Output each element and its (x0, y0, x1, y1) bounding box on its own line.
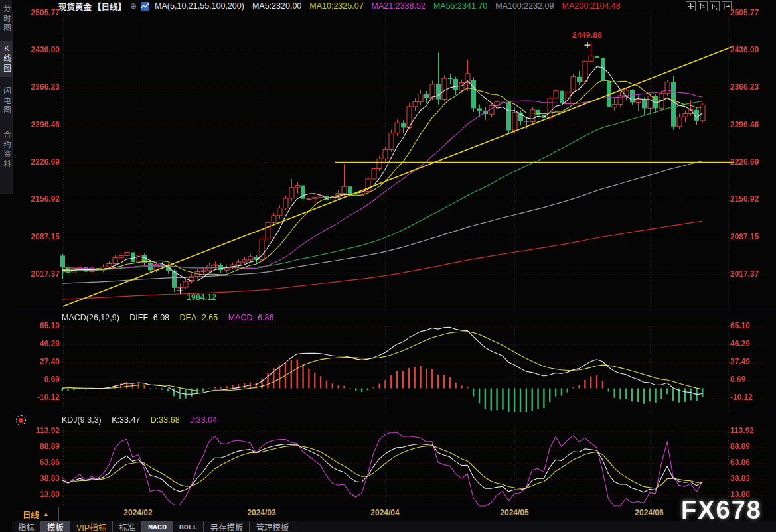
kdj-alert-icon[interactable] (16, 415, 26, 425)
macd-axis-label: 46.29 (16, 340, 60, 348)
tab-standard[interactable]: 标准 (113, 521, 142, 532)
price-axis-label: 2017.37 (730, 270, 774, 279)
price-axis-label: 2505.77 (16, 9, 60, 17)
interval-selector[interactable]: 日线 ▲ (12, 507, 59, 521)
ma5-value: MA5:2320.00 (252, 1, 301, 11)
price-axis-label: 2087.15 (16, 233, 60, 241)
kdj-axis-label: 88.89 (730, 442, 774, 451)
interval-label: 日线 (23, 508, 39, 521)
ma200-value: MA200:2104.48 (562, 1, 620, 11)
kdj-axis-label: 63.86 (730, 458, 774, 467)
sidebar-item-lightning-chart[interactable]: 闪电图 (0, 87, 12, 116)
time-axis-tick: 2024/05 (495, 508, 534, 517)
macd-axis-label: 46.29 (730, 340, 774, 348)
price-axis-label: 2366.23 (16, 83, 60, 92)
macd-axis-label: -10.12 (730, 393, 774, 402)
interval-up-icon: ▲ (43, 511, 49, 517)
tab-indicators[interactable]: 指标 (12, 521, 41, 532)
price-axis-label: 2087.15 (730, 233, 774, 241)
time-axis-tick: 2024/06 (629, 508, 669, 517)
price-axis-label: 2156.92 (730, 195, 774, 204)
price-axis-label: 2017.37 (16, 270, 60, 279)
dea-value: DEA:-2.65 (180, 313, 218, 322)
price-axis-label: 2226.69 (730, 158, 774, 166)
macd-axis-label: -10.12 (16, 393, 60, 402)
tab-boll[interactable]: BOLL (173, 521, 204, 532)
swing-high-annotation: 2449.88 (572, 31, 602, 40)
price-axis-label: 2436.00 (16, 46, 60, 54)
kdj-axis-label: 113.92 (16, 427, 60, 435)
tab-save-template[interactable]: 另存模板 (204, 521, 250, 532)
macd-axis-label: 8.69 (16, 375, 60, 384)
ma100-value: MA100:2232.09 (495, 1, 554, 11)
j-value: J:33.04 (190, 415, 217, 425)
price-axis-label: 2366.23 (730, 83, 774, 92)
price-axis-label: 2296.46 (730, 121, 774, 129)
price-axis-label: 2436.00 (730, 46, 774, 54)
macd-panel-chart[interactable] (12, 324, 776, 412)
macd-header[interactable]: MACD(26,12,9) DIFF:-6.08 DEA:-2.65 MACD:… (62, 313, 282, 322)
price-axis-label: 2226.69 (16, 158, 60, 166)
macd-axis-label: 65.10 (730, 322, 774, 330)
x-axis-scale-icon[interactable] (710, 1, 720, 11)
macd-axis-label: 27.49 (16, 358, 60, 366)
kdj-axis-label: 13.80 (16, 490, 60, 499)
fx678-watermark: FX678 (681, 496, 762, 525)
kdj-axis-label: 88.89 (16, 442, 60, 451)
kdj-axis-label: 38.83 (730, 474, 774, 483)
symbol-name: 现货黄金 (58, 0, 92, 13)
tab-manage-template[interactable]: 管理模板 (250, 521, 295, 532)
macd-axis-label: 8.69 (730, 375, 774, 384)
price-axis-label: 2505.77 (730, 9, 774, 17)
sidebar-item-timeshare-chart[interactable]: 分时图 (0, 5, 12, 34)
main-kline-chart[interactable] (12, 12, 776, 312)
collapse-icon[interactable]: ⊕ (130, 1, 137, 11)
tab-vip-indicators[interactable]: VIP指标 (70, 521, 113, 532)
tab-templates[interactable]: 模板 (41, 521, 70, 532)
time-axis-border (12, 507, 776, 507)
chart-type-icon[interactable] (141, 2, 149, 11)
panel-divider (12, 413, 776, 413)
time-axis-tick: 2024/04 (365, 508, 405, 517)
ma10-value: MA10:2325.07 (309, 1, 363, 11)
time-axis-tick: 2024/02 (118, 508, 158, 517)
interval-tag: 【日线】 (93, 0, 126, 13)
kdj-axis-label: 38.83 (16, 474, 60, 483)
ma21-value: MA21:2338.52 (372, 1, 426, 11)
panel-divider (12, 312, 776, 312)
macd-axis-label: 65.10 (16, 322, 60, 330)
ma-config-label: MA(5,10,21,55,100,200) (155, 1, 244, 11)
chart-title-bar: 现货黄金 【日线】 ⊕ MA(5,10,21,55,100,200) MA5:2… (12, 0, 776, 12)
diff-value: DIFF:-6.08 (129, 313, 169, 322)
kdj-header[interactable]: KDJ(9,3,3) K:33.47 D:33.68 J:33.04 (62, 415, 225, 425)
price-axis-label: 2156.92 (16, 195, 60, 204)
indicator-tab-bar: 指标 模板 VIP指标 标准 MACD BOLL 另存模板 管理模板 (12, 521, 776, 532)
kdj-axis-label: 63.86 (16, 458, 60, 467)
kdj-axis-label: 113.92 (730, 427, 774, 435)
macd-value: MACD:-6.86 (228, 313, 274, 322)
sidebar-item-contract-info[interactable]: 合约资料 (0, 131, 12, 169)
macd-axis-label: 27.49 (730, 358, 774, 366)
ma55-value: MA55:2341.70 (433, 1, 487, 11)
macd-name: MACD(26,12,9) (62, 313, 119, 322)
d-value: D:33.68 (151, 415, 180, 425)
sidebar-item-kline-chart[interactable]: K线图 (0, 41, 12, 77)
kdj-panel-chart[interactable] (12, 427, 776, 507)
kdj-name: KDJ(9,3,3) (62, 415, 102, 425)
tab-macd[interactable]: MACD (142, 521, 173, 532)
y-axis-scale-icon[interactable] (698, 1, 708, 11)
time-axis-tick: 2024/03 (242, 508, 281, 517)
swing-low-annotation: 1984.12 (187, 293, 216, 302)
k-value: K:33.47 (112, 415, 140, 425)
chart-toolbar (686, 1, 732, 11)
price-axis-label: 2296.46 (16, 121, 60, 129)
crosshair-tool-icon[interactable] (686, 1, 696, 11)
